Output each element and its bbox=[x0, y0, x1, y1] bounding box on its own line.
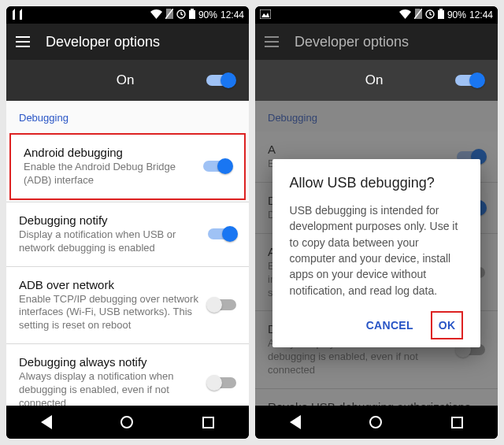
settings-list: Debugging Android debugging Enable the A… bbox=[6, 101, 249, 406]
nav-bar bbox=[255, 406, 498, 439]
status-time: 12:44 bbox=[469, 9, 493, 20]
cancel-button[interactable]: CANCEL bbox=[360, 311, 420, 339]
setting-title: ADB over network bbox=[19, 278, 200, 291]
setting-sub: Enable the Android Debug Bridge (ADB) in… bbox=[24, 161, 195, 187]
setting-sub: Always display a notification when debug… bbox=[19, 370, 200, 406]
dialog-actions: CANCEL OK bbox=[290, 306, 464, 339]
svg-marker-6 bbox=[261, 13, 269, 17]
settings-list: Debugging A E ir D D d A Ena bbox=[255, 101, 498, 406]
battery-pct: 90% bbox=[447, 9, 466, 20]
nav-bar bbox=[6, 406, 249, 439]
nav-back-icon[interactable] bbox=[41, 415, 52, 429]
setting-title: Debugging always notify bbox=[19, 355, 200, 369]
ok-button[interactable]: OK bbox=[431, 311, 464, 339]
setting-android-debugging[interactable]: Android debugging Enable the Android Deb… bbox=[9, 133, 246, 200]
dialog-title: Allow USB debugging? bbox=[290, 175, 464, 191]
clock-icon bbox=[176, 9, 186, 21]
section-debugging: Debugging bbox=[6, 101, 249, 132]
setting-adb-over-network[interactable]: ADB over network Enable TCP/IP debugging… bbox=[6, 267, 249, 344]
master-toggle-row: On bbox=[255, 60, 498, 101]
status-bar: 90% 12:44 bbox=[255, 6, 498, 24]
battery-icon bbox=[189, 9, 195, 21]
svg-rect-3 bbox=[191, 9, 194, 10]
app-bar: Developer options bbox=[255, 24, 498, 60]
menu-icon bbox=[265, 36, 279, 47]
page-title: Developer options bbox=[295, 34, 409, 50]
nav-back-icon[interactable] bbox=[290, 415, 301, 429]
master-toggle-row[interactable]: On bbox=[6, 60, 249, 101]
menu-icon[interactable] bbox=[16, 36, 30, 47]
setting-sub: Display a notification when USB or netwo… bbox=[19, 228, 200, 255]
status-bar: 90% 12:44 bbox=[6, 6, 249, 24]
setting-debugging-notify[interactable]: Debugging notify Display a notification … bbox=[6, 202, 249, 266]
setting-sub: Enable TCP/IP debugging over network int… bbox=[19, 293, 200, 333]
clock-icon bbox=[425, 9, 435, 21]
svg-marker-0 bbox=[13, 9, 22, 20]
nav-home-icon[interactable] bbox=[120, 416, 133, 428]
status-time: 12:44 bbox=[220, 9, 244, 20]
master-switch[interactable] bbox=[206, 75, 235, 86]
nav-recent-icon[interactable] bbox=[451, 417, 463, 428]
svg-rect-9 bbox=[439, 9, 443, 10]
nav-recent-icon[interactable] bbox=[202, 417, 214, 428]
svg-rect-4 bbox=[189, 10, 195, 19]
sim-icon bbox=[165, 9, 173, 21]
page-title: Developer options bbox=[46, 34, 160, 50]
phone-right: 90% 12:44 Developer options On Debugging… bbox=[255, 6, 498, 439]
wifi-icon bbox=[399, 9, 411, 21]
app-bar: Developer options bbox=[6, 24, 249, 60]
switch-debugging-always-notify[interactable] bbox=[208, 377, 236, 388]
sim-icon bbox=[414, 9, 422, 21]
switch-adb-over-network[interactable] bbox=[208, 299, 236, 310]
master-label: On bbox=[269, 72, 455, 88]
usb-debugging-dialog: Allow USB debugging? USB debugging is in… bbox=[272, 159, 481, 347]
battery-pct: 90% bbox=[198, 9, 217, 20]
svg-rect-10 bbox=[438, 10, 444, 19]
master-label: On bbox=[20, 72, 206, 88]
nougat-icon bbox=[11, 9, 24, 22]
setting-title: Debugging notify bbox=[19, 213, 200, 227]
dialog-body: USB debugging is intended for developmen… bbox=[290, 202, 464, 299]
svg-rect-5 bbox=[260, 9, 271, 19]
image-icon bbox=[260, 9, 271, 21]
phone-left: 90% 12:44 Developer options On Debugging… bbox=[6, 6, 249, 439]
setting-debugging-always-notify[interactable]: Debugging always notify Always display a… bbox=[6, 344, 249, 406]
setting-title: Android debugging bbox=[24, 146, 195, 159]
switch-debugging-notify[interactable] bbox=[208, 228, 236, 239]
battery-icon bbox=[438, 9, 444, 21]
dialog-scrim: Allow USB debugging? USB debugging is in… bbox=[255, 101, 498, 406]
master-switch bbox=[455, 75, 484, 86]
wifi-icon bbox=[150, 9, 162, 21]
nav-home-icon[interactable] bbox=[369, 416, 382, 428]
switch-android-debugging[interactable] bbox=[203, 161, 232, 172]
